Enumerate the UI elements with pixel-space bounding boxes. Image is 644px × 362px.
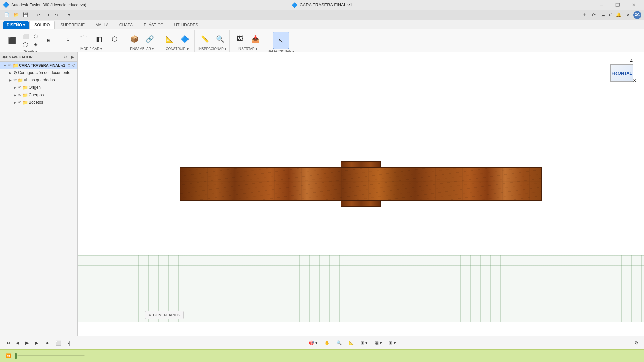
viewport[interactable]: Z FRONTAL X ● COMENTARIOS — [78, 52, 644, 336]
inspeccionar-label: INSPECCIONAR ▾ — [198, 47, 226, 51]
app-title: Autodesk Fusion 360 (Licencia educativa) — [11, 3, 86, 7]
tree-origen-arrow[interactable]: ▶ — [13, 86, 17, 89]
navigator-settings-btn[interactable]: ⚙ — [62, 54, 68, 60]
redo2-button[interactable]: ↪ — [53, 11, 61, 19]
medir-btn[interactable]: 📏 — [197, 32, 212, 46]
statusbar-left: ⏪ — [3, 351, 85, 361]
extrusion-btn[interactable]: ⬜ — [21, 33, 30, 40]
crear-mas-btn[interactable]: ⊕ — [41, 33, 56, 48]
cloud-button[interactable]: ☁ — [599, 11, 607, 19]
tab-plastico[interactable]: PLÁSTICO — [139, 21, 168, 29]
chamfer-btn[interactable]: ◧ — [92, 32, 106, 46]
qa-dropdown[interactable]: ▾ — [65, 11, 73, 19]
open-button[interactable]: 📂 — [12, 11, 20, 19]
playback-last-btn[interactable]: ⏭ — [43, 338, 52, 348]
tab-solido[interactable]: SÓLIDO — [29, 21, 55, 29]
tree-cuerpos-arrow[interactable]: ▶ — [13, 93, 17, 97]
tab-utilidades[interactable]: UTILIDADES — [169, 21, 203, 29]
minimize-button[interactable]: ─ — [594, 0, 609, 10]
undo-button[interactable]: ↩ — [34, 11, 42, 19]
navigator-collapse-icon[interactable]: ◀◀ — [2, 55, 7, 59]
eje-btn[interactable]: 🔷 — [177, 32, 192, 46]
tree-root-item[interactable]: ▼ 👁 📁 CARA TRASERA FINAL v1 ⚙ ⏱ — [0, 62, 77, 69]
tree-bocetos-item[interactable]: ▶ 👁 📁 Bocetos — [0, 99, 77, 106]
tree-origen-item[interactable]: ▶ 👁 📁 Origen — [0, 84, 77, 91]
compass-face-frontal[interactable]: FRONTAL — [610, 64, 633, 82]
tree-cuerpos-eye[interactable]: 👁 — [18, 93, 22, 97]
pan-btn[interactable]: ✋ — [322, 338, 332, 348]
keyframe-add-btn[interactable]: ▪| — [65, 338, 73, 348]
press-pull-btn[interactable]: ↕ — [61, 32, 75, 46]
tree-vistas-eye[interactable]: 👁 — [13, 78, 17, 82]
redo-button[interactable]: ↪ — [43, 11, 51, 19]
playback-play-btn[interactable]: ▶ — [23, 338, 31, 348]
crear-nuevo-cuerpo[interactable]: ⬛ — [4, 32, 20, 49]
more-view-btn[interactable]: ⊞ ▾ — [386, 338, 398, 348]
articulacion-btn[interactable]: 🔗 — [142, 32, 157, 46]
display-btn[interactable]: ▦ ▾ — [372, 338, 385, 348]
tree-root-settings-icon[interactable]: ⚙ — [67, 63, 71, 68]
orbit-btn[interactable]: 🎯 ▾ — [306, 338, 320, 348]
tree-bocetos-folder: 📁 — [22, 100, 28, 105]
refresh-button[interactable]: ⟳ — [590, 11, 598, 19]
tree-config-item[interactable]: ▶ ⚙ Configuración del documento — [0, 69, 77, 76]
tab-malla[interactable]: MALLA — [90, 21, 113, 29]
loft-btn[interactable]: ◈ — [31, 41, 40, 48]
playback-prev-btn[interactable]: ◀ — [14, 338, 22, 348]
construir-buttons: 📐 🔷 — [162, 32, 192, 46]
sweep-btn[interactable]: ⬡ — [31, 33, 40, 40]
settings-btn[interactable]: ⚙ — [632, 338, 641, 348]
seleccionar-btn[interactable]: ↖ — [273, 32, 289, 49]
inspeccionar-buttons: 📏 🔍 — [197, 32, 227, 46]
restore-button[interactable]: ❐ — [610, 0, 625, 10]
revolution-btn[interactable]: ◯ — [21, 41, 30, 48]
shell-btn[interactable]: ⬡ — [107, 32, 122, 46]
grid-btn[interactable]: ⊞ ▾ — [358, 338, 370, 348]
tree-root-history-icon[interactable]: ⏱ — [72, 63, 76, 67]
plano-btn[interactable]: 📐 — [162, 32, 177, 46]
navigator-close-btn[interactable]: ▶ — [69, 54, 75, 60]
componente-btn[interactable]: 📦 — [127, 32, 142, 46]
add-button[interactable]: ＋ — [580, 11, 588, 19]
tree-root-arrow[interactable]: ▼ — [3, 64, 7, 67]
new-button[interactable]: 📄 — [3, 11, 11, 19]
timeline-area — [15, 353, 85, 359]
measure-btn[interactable]: 📐 — [346, 338, 356, 348]
insertar-lienzo-btn[interactable]: 🖼 — [232, 32, 247, 46]
keyframe-select-btn[interactable]: ⬜ — [53, 338, 64, 348]
analisis-btn[interactable]: 🔍 — [213, 32, 227, 46]
tree-config-arrow[interactable]: ▶ — [8, 71, 13, 75]
design-label: DISEÑO ▾ — [7, 23, 25, 27]
bell-button[interactable]: 🔔 — [614, 11, 623, 19]
zoom-btn[interactable]: 🔍 — [334, 338, 344, 348]
qa-separator — [32, 12, 32, 18]
tree-cuerpos-item[interactable]: ▶ 👁 📁 Cuerpos — [0, 91, 77, 99]
tree-bocetos-eye[interactable]: 👁 — [18, 100, 22, 104]
close-button[interactable]: ✕ — [626, 0, 641, 10]
tree-bocetos-arrow[interactable]: ▶ — [13, 101, 17, 104]
close-panel-button[interactable]: ✕ — [624, 11, 632, 19]
tree-root-eye[interactable]: 👁 — [8, 63, 12, 68]
navigator-title: NAVEGADOR — [9, 55, 33, 59]
tab-superficie[interactable]: SUPERFICIE — [55, 21, 90, 29]
playback-first-btn[interactable]: ⏮ — [3, 338, 12, 348]
save-button[interactable]: 💾 — [21, 11, 30, 19]
timeline-bar[interactable] — [17, 355, 85, 356]
timeline-back-btn[interactable]: ⏪ — [3, 351, 13, 361]
design-dropdown[interactable]: DISEÑO ▾ — [3, 21, 29, 29]
tree-origen-eye[interactable]: 👁 — [18, 85, 22, 89]
fillet-btn[interactable]: ⌒ — [76, 32, 91, 46]
comments-bar[interactable]: ● COMENTARIOS — [145, 311, 184, 319]
tree-vistas-arrow[interactable]: ▶ — [8, 78, 13, 82]
timeline-marker — [15, 353, 17, 359]
view-controls: 🎯 ▾ ✋ 🔍 📐 ⊞ ▾ ▦ ▾ ⊞ ▾ — [306, 338, 398, 348]
tab-chapa[interactable]: CHAPA — [114, 21, 138, 29]
insertar-malla-btn[interactable]: 📥 — [248, 32, 263, 46]
wood-piece[interactable] — [180, 167, 542, 201]
ribbon-group-ensamblar: 📦 🔗 ENSAMBLAR ▾ — [125, 30, 159, 52]
3d-compass[interactable]: Z FRONTAL X — [609, 58, 636, 84]
tree-cuerpos-folder: 📁 — [22, 93, 28, 98]
tree-vistas-item[interactable]: ▶ 👁 📁 Vistas guardadas — [0, 76, 77, 84]
playback-next-btn[interactable]: ▶| — [33, 338, 42, 348]
wood-main-body[interactable] — [180, 167, 542, 201]
